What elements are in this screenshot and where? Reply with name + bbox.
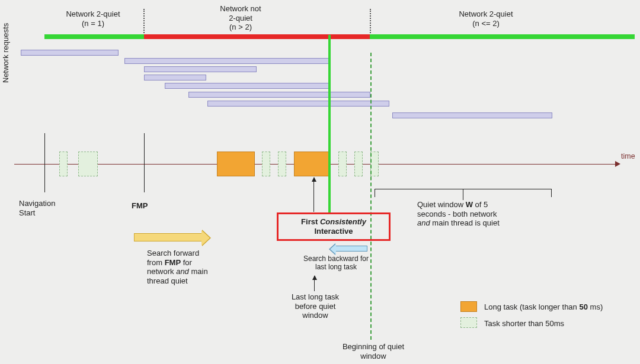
legend-swatch-long-task <box>460 301 477 312</box>
section-label-left: Network 2-quiet (n = 1) <box>43 9 143 28</box>
short-task <box>278 152 286 176</box>
bracket-edge <box>375 189 375 197</box>
network-state-bar <box>370 34 635 39</box>
backward-arrow <box>335 246 367 252</box>
network-request <box>124 58 329 64</box>
network-request <box>207 101 389 107</box>
nav-start-label: Navigation Start <box>19 199 55 217</box>
network-state-bar <box>44 34 144 39</box>
section-divider <box>370 9 371 36</box>
quiet-window-start-marker <box>370 53 372 340</box>
fci-text: First ConsistentlyInteractive <box>301 217 366 237</box>
section-divider <box>143 9 145 36</box>
last-long-task-connector <box>314 276 315 291</box>
fmp-marker <box>144 133 145 192</box>
nav-start-marker <box>44 133 45 192</box>
long-task <box>217 152 255 176</box>
network-request <box>165 83 331 89</box>
long-task <box>294 152 329 176</box>
last-long-task-label: Last long task before quiet window <box>277 292 354 320</box>
legend-swatch-short-task <box>460 317 477 328</box>
network-request <box>392 112 552 118</box>
short-task <box>262 152 270 176</box>
short-task <box>59 152 68 176</box>
y-axis-label: Network requests <box>1 23 10 83</box>
forward-search-text: Search forward from FMP for network and … <box>147 249 242 285</box>
fmp-label: FMP <box>132 201 148 211</box>
quiet-window-desc: Quiet window W of 5 seconds - both netwo… <box>417 200 542 228</box>
backward-search-text: Search backward for last long task <box>295 255 377 272</box>
network-request <box>21 50 119 56</box>
legend-short-task: Task shorter than 50ms <box>484 319 564 328</box>
forward-arrow <box>134 233 202 241</box>
bracket-connector <box>463 189 463 200</box>
network-request <box>144 66 257 72</box>
section-label-right: Network 2-quiet (n <= 2) <box>421 9 551 28</box>
network-state-bar <box>144 34 370 39</box>
short-task <box>370 152 379 176</box>
legend-long-task: Long task (task longer than 50 ms) <box>484 302 603 312</box>
time-axis-label: time <box>621 152 635 160</box>
short-task <box>78 152 98 176</box>
bracket-edge <box>551 189 552 197</box>
fci-marker <box>328 35 331 212</box>
short-task <box>354 152 363 176</box>
network-request <box>144 75 206 80</box>
fci-connector <box>313 178 314 212</box>
time-arrow-icon <box>615 161 620 167</box>
begin-quiet-label: Beginning of quiet window <box>335 342 412 360</box>
fci-highlight: First ConsistentlyInteractive <box>277 212 391 241</box>
section-label-mid: Network not 2-quiet (n > 2) <box>185 4 296 32</box>
network-request <box>188 92 370 98</box>
short-task <box>338 152 347 176</box>
